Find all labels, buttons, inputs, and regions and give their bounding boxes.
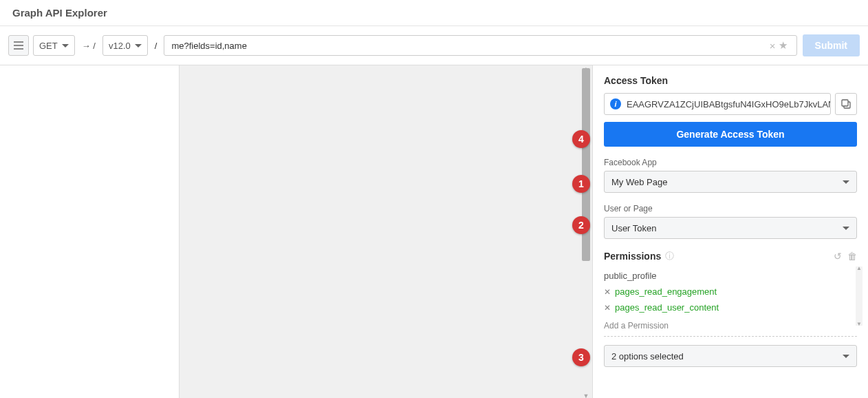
copy-token-button[interactable]	[835, 93, 857, 115]
user-or-page-select[interactable]: User Token	[604, 217, 857, 239]
permission-name: pages_read_user_content	[615, 302, 719, 313]
path-input-icons: × ★	[770, 39, 793, 52]
submit-button[interactable]: Submit	[803, 34, 860, 56]
annotation-callout-2: 2	[572, 216, 590, 234]
star-icon[interactable]: ★	[779, 39, 788, 52]
header: Graph API Explorer	[0, 0, 868, 26]
access-token-row: i EAAGRVZA1ZCjUIBABtgsfuN4IGxHO9eLb7JkvL…	[604, 93, 857, 115]
api-version-value: v12.0	[109, 41, 131, 51]
annotation-callout-4: 4	[572, 130, 590, 148]
menu-icon	[14, 41, 23, 50]
caret-down-icon	[843, 227, 849, 230]
caret-down-icon	[843, 180, 849, 184]
api-version-select[interactable]: v12.0	[102, 35, 148, 56]
facebook-app-label: Facebook App	[604, 158, 857, 167]
access-token-field[interactable]: i EAAGRVZA1ZCjUIBABtgsfuN4IGxHO9eLb7JkvL…	[604, 93, 831, 115]
annotation-callout-1: 1	[572, 175, 590, 193]
caret-down-icon	[135, 44, 142, 48]
permission-item: ✕ pages_read_user_content	[604, 300, 857, 315]
main-area: ▲ ▼ Access Token i EAAGRVZA1ZCjUIBABtgsf…	[0, 65, 868, 398]
permissions-heading: Permissions	[604, 251, 661, 262]
add-permission-link[interactable]: Add a Permission	[604, 315, 857, 337]
undo-icon[interactable]: ↺	[834, 251, 842, 262]
right-panel: Access Token i EAAGRVZA1ZCjUIBABtgsfuN4I…	[593, 65, 868, 398]
scroll-down-icon[interactable]: ▼	[856, 321, 862, 327]
permission-item: public_profile	[604, 268, 857, 284]
permissions-scrollbar[interactable]: ▲ ▼	[856, 266, 862, 326]
clear-icon[interactable]: ×	[770, 40, 776, 52]
copy-icon	[841, 99, 851, 109]
permission-name: public_profile	[604, 271, 657, 281]
path-input[interactable]	[164, 35, 796, 56]
menu-button[interactable]	[8, 35, 29, 56]
remove-permission-icon[interactable]: ✕	[604, 303, 611, 313]
caret-down-icon	[843, 355, 849, 358]
permissions-options-value: 2 options selected	[611, 351, 684, 362]
scroll-down-icon[interactable]: ▼	[580, 392, 592, 398]
generate-access-token-button[interactable]: Generate Access Token	[604, 122, 857, 147]
response-pane: ▲ ▼	[179, 65, 593, 398]
http-method-select[interactable]: GET	[33, 35, 75, 56]
facebook-app-value: My Web Page	[611, 177, 667, 187]
path-prefix-slash: /	[152, 41, 160, 51]
http-method-value: GET	[39, 41, 58, 51]
access-token-heading: Access Token	[604, 75, 857, 86]
trash-icon[interactable]: 🗑	[847, 251, 857, 262]
request-toolbar: GET → / v12.0 / × ★ Submit	[0, 26, 868, 65]
user-or-page-value: User Token	[611, 223, 657, 233]
permission-name: pages_read_engagement	[615, 286, 717, 297]
page-title: Graph API Explorer	[12, 7, 856, 19]
annotation-callout-3: 3	[572, 348, 590, 366]
permissions-list: public_profile ✕ pages_read_engagement ✕…	[604, 268, 857, 315]
user-or-page-label: User or Page	[604, 204, 857, 213]
permission-item: ✕ pages_read_engagement	[604, 284, 857, 300]
remove-permission-icon[interactable]: ✕	[604, 287, 611, 297]
left-pane	[0, 65, 179, 398]
info-icon[interactable]: ⓘ	[665, 250, 674, 262]
access-token-value: EAAGRVZA1ZCjUIBABtgsfuN4IGxHO9eLb7JkvLAN…	[627, 99, 831, 109]
permissions-header: Permissions ⓘ ↺ 🗑	[604, 250, 857, 262]
svg-rect-1	[842, 100, 848, 106]
facebook-app-select[interactable]: My Web Page	[604, 171, 857, 193]
caret-down-icon	[62, 44, 69, 48]
scroll-up-icon[interactable]: ▲	[856, 265, 862, 271]
arrow-slash-label: → /	[79, 41, 98, 51]
info-icon[interactable]: i	[610, 98, 621, 109]
permissions-options-select[interactable]: 2 options selected	[604, 345, 857, 367]
